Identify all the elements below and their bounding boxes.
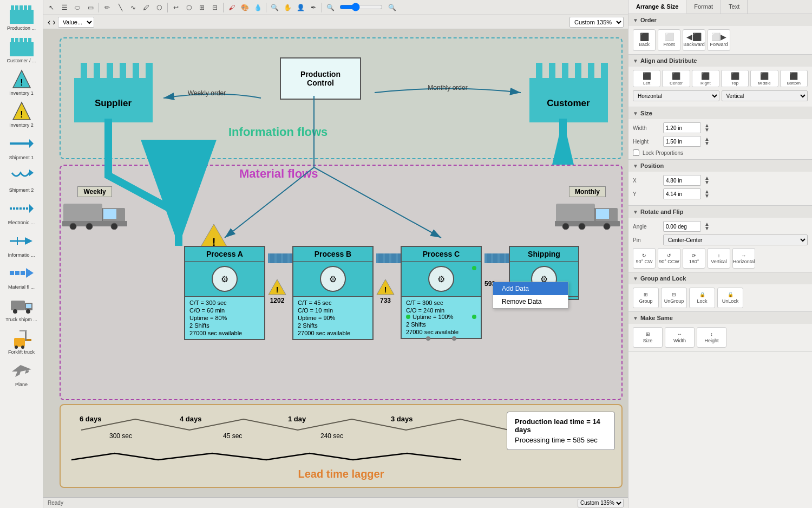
make-same-height-btn[interactable]: ↕ Height <box>697 327 726 348</box>
align-center-btn[interactable]: ⬛ Center <box>662 70 690 87</box>
flip-vertical-btn[interactable]: ↕ Vertical <box>708 248 730 269</box>
customer-shape[interactable]: Customer <box>529 63 608 125</box>
process-b[interactable]: Process B ⚙ C/T = 45 sec C/O = 10 min Up… <box>292 246 374 340</box>
size-section-header[interactable]: ▼ Size <box>628 107 812 119</box>
zoom-range[interactable] <box>339 4 383 10</box>
group-section-header[interactable]: ▼ Group and Lock <box>628 272 812 284</box>
make-same-header[interactable]: ▼ Make Same <box>628 312 812 324</box>
toolbar-bezier[interactable]: ∿ <box>127 2 139 14</box>
width-spinner[interactable]: ▲▼ <box>704 123 710 132</box>
align-top-btn[interactable]: ⬛ Top <box>721 70 749 87</box>
make-same-size-btn[interactable]: ⊞ Size <box>633 327 663 348</box>
toolbar-hand[interactable]: ✋ <box>281 2 293 14</box>
production-control-box[interactable]: ProductionControl <box>280 57 361 100</box>
toolbar-rect[interactable]: ▭ <box>84 2 96 14</box>
context-menu-add-data[interactable]: Add Data <box>493 282 568 295</box>
toolbar-user[interactable]: 👤 <box>294 2 306 14</box>
pin-select[interactable]: Center-Center Top-Left Top-Right Bottom-… <box>663 235 808 245</box>
order-front-btn[interactable]: ⬜ Front <box>658 29 680 51</box>
toolbar-color2[interactable]: 🎨 <box>239 2 251 14</box>
height-input[interactable] <box>663 136 701 147</box>
toolbar-undo[interactable]: ↩ <box>170 2 182 14</box>
context-menu-remove-data[interactable]: Remove Data <box>493 295 568 308</box>
toolbar-zoom-out[interactable]: 🔍 <box>324 2 336 14</box>
diagram-canvas[interactable]: Information flows ProductionControl Supp… <box>43 29 628 497</box>
x-input[interactable] <box>663 175 701 186</box>
toolbar-resize[interactable]: ⊟ <box>209 2 221 14</box>
sidebar-item-material[interactable]: Material fl ... <box>2 261 41 291</box>
rot-90cw-btn[interactable]: ↻ 90° CW <box>633 248 656 269</box>
toolbar-zoom-in[interactable]: 🔍 <box>386 2 398 14</box>
toolbar-pen[interactable]: 🖊 <box>140 2 152 14</box>
sidebar-item-shipment2[interactable]: Shipment 2 <box>2 164 41 194</box>
toolbar-ellipse[interactable]: ⬭ <box>71 2 83 14</box>
width-input[interactable] <box>663 122 701 133</box>
sidebar-item-inventory1[interactable]: ! Inventory 1 <box>2 67 41 97</box>
toolbar-cursor[interactable]: ☰ <box>58 2 70 14</box>
lock-proportions-checkbox[interactable] <box>633 149 639 156</box>
height-spinner[interactable]: ▲▼ <box>704 137 710 146</box>
tab-format[interactable]: Format <box>686 0 721 14</box>
sidebar-item-plane[interactable]: Plane <box>2 359 41 389</box>
order-forward-btn[interactable]: ⬜▶ Forward <box>708 29 730 51</box>
make-same-width-btn[interactable]: ↔ Width <box>665 327 695 348</box>
toolbar-color1[interactable]: 🖌 <box>226 2 238 14</box>
zoom-status-select[interactable]: Custom 135% <box>578 499 624 507</box>
file-select[interactable]: Value... <box>58 17 94 28</box>
unlock-btn[interactable]: 🔓 UnLock <box>717 288 743 308</box>
sidebar-item-customer[interactable]: Customer / ... <box>2 35 41 65</box>
process-c[interactable]: Process C ⚙ C/T = 300 sec C/O = 240 min … <box>401 246 482 339</box>
toolbar-dropper[interactable]: 💧 <box>252 2 264 14</box>
rot-90ccw-btn[interactable]: ↺ 90° CCW <box>658 248 680 269</box>
angle-input[interactable] <box>663 221 701 232</box>
back-arrow[interactable]: ‹ <box>48 17 50 27</box>
x-spinner[interactable]: ▲▼ <box>704 176 710 185</box>
supplier-shape[interactable]: Supplier <box>74 63 153 125</box>
sidebar-item-forklift[interactable]: Forklift truck <box>2 326 41 356</box>
toolbar-pointer[interactable]: ↖ <box>45 2 57 14</box>
context-menu[interactable]: Add Data Remove Data <box>493 282 568 309</box>
order-back-btn[interactable]: ⬛ Back <box>633 29 656 51</box>
toolbar-search[interactable]: 🔍 <box>269 2 280 14</box>
order-section-header[interactable]: ▼ Order <box>628 14 812 26</box>
align-right-btn[interactable]: ⬛ Right <box>692 70 719 87</box>
position-section-header[interactable]: ▼ Position <box>628 160 812 172</box>
toolbar-transform[interactable]: ⊞ <box>196 2 208 14</box>
sidebar-item-production[interactable]: Production ... <box>2 2 41 32</box>
angle-spinner[interactable]: ▲▼ <box>704 222 710 231</box>
horizontal-select[interactable]: Horizontal <box>633 90 719 101</box>
nav-forward[interactable]: › <box>53 17 55 27</box>
zoom-slider[interactable] <box>337 4 385 11</box>
tab-text[interactable]: Text <box>721 0 748 14</box>
y-spinner[interactable]: ▲▼ <box>704 190 710 198</box>
vertical-select[interactable]: Vertical <box>722 90 808 101</box>
toolbar-line[interactable]: ╲ <box>114 2 126 14</box>
process-a[interactable]: Process A ⚙ C/T = 300 sec C/O = 60 min U… <box>184 246 265 340</box>
align-middle-btn[interactable]: ⬛ Middle <box>750 70 778 87</box>
forward-arrow[interactable]: › <box>53 17 55 27</box>
toolbar-redo[interactable]: ⬡ <box>183 2 195 14</box>
align-left-btn[interactable]: ⬛ Left <box>633 70 660 87</box>
sidebar-item-information[interactable]: Informatio ... <box>2 229 41 259</box>
lock-btn[interactable]: 🔒 Lock <box>689 288 715 308</box>
sidebar-item-truck[interactable]: Truck shipm ... <box>2 294 41 324</box>
group-btn[interactable]: ⊞ Group <box>633 288 659 308</box>
toolbar-pick[interactable]: ✒ <box>307 2 319 14</box>
panel-tabs: Arrange & Size Format Text <box>628 0 812 14</box>
sidebar-item-electronic[interactable]: Electronic ... <box>2 197 41 227</box>
zoom-select[interactable]: Custom 135% 100% 75% 150% <box>569 17 624 28</box>
toolbar-pencil[interactable]: ✏ <box>101 2 113 14</box>
nav-back[interactable]: ‹ <box>48 17 50 27</box>
sidebar-item-inventory2[interactable]: ! Inventory 2 <box>2 99 41 129</box>
order-backward-btn[interactable]: ◀⬛ Backward <box>683 29 705 51</box>
rotate-section-header[interactable]: ▼ Rotate and Flip <box>628 206 812 218</box>
rot-180-btn[interactable]: ⟳ 180° <box>683 248 705 269</box>
toolbar-shape2[interactable]: ⬡ <box>153 2 165 14</box>
y-input[interactable] <box>663 188 701 199</box>
align-bottom-btn[interactable]: ⬛ Bottom <box>780 70 808 87</box>
flip-horizontal-btn[interactable]: ↔ Horizontal <box>732 248 755 269</box>
align-section-header[interactable]: ▼ Align and Distribute <box>628 55 812 67</box>
sidebar-item-shipment1[interactable]: Shipment 1 <box>2 132 41 162</box>
ungroup-btn[interactable]: ⊟ UnGroup <box>661 288 687 308</box>
tab-arrange-size[interactable]: Arrange & Size <box>628 0 686 14</box>
